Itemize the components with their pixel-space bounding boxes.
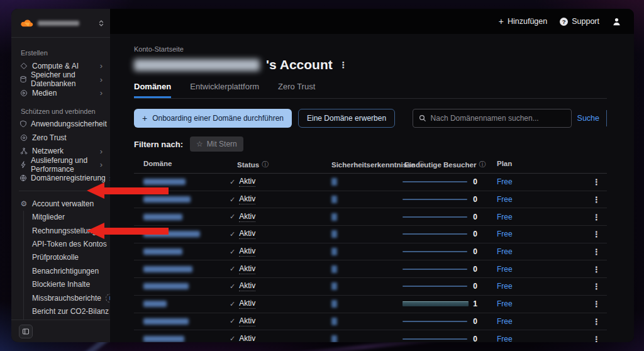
row-menu-button[interactable]: ⋮	[592, 264, 601, 274]
visitors-sparkline	[402, 301, 469, 306]
sidebar-subitem-benachrichtigungen[interactable]: Benachrichtigungen	[24, 264, 110, 277]
check-icon: ✓	[230, 196, 235, 204]
sidebar-subitem-mitglieder[interactable]: Mitglieder	[24, 211, 110, 224]
tab-zero-trust[interactable]: Zero Trust	[278, 82, 315, 98]
table-row: ✓Aktiv0Free⋮	[134, 226, 607, 243]
sidebar-item-speicher-und-datenbanken[interactable]: Speicher und Datenbanken›	[11, 73, 110, 87]
status-cell: ✓Aktiv	[230, 194, 255, 204]
visitors-sparkline	[402, 181, 467, 182]
onboard-domain-button[interactable]: + Onboarding einer Domäne durchführen	[134, 109, 292, 128]
visitors-value: 0	[466, 335, 477, 342]
chevron-right-icon: ›	[100, 89, 103, 97]
row-menu-button[interactable]: ⋮	[592, 334, 601, 342]
domain-name-redacted[interactable]	[143, 283, 189, 289]
check-icon: ✓	[230, 230, 235, 238]
table-row: ✓Aktiv1Free⋮	[134, 296, 607, 313]
sidebar-item-label: Auslieferung und Performance	[31, 156, 96, 174]
row-menu-button[interactable]: ⋮	[592, 247, 601, 257]
plan-value[interactable]: Free	[497, 265, 513, 274]
domain-search-input[interactable]	[431, 114, 565, 123]
sidebar-subitem-pr-fprotokolle[interactable]: Prüfprotokolle	[24, 251, 110, 264]
check-icon: ✓	[230, 178, 235, 186]
search-submit-button[interactable]: Suche	[577, 110, 607, 126]
visitors-sparkline	[402, 338, 467, 340]
tab-entwicklerplattform[interactable]: Entwicklerplattform	[190, 82, 259, 98]
buy-domain-button[interactable]: Eine Domäne erwerben	[298, 109, 395, 128]
domain-name-redacted[interactable]	[143, 248, 182, 255]
breadcrumb: Konto-Startseite	[134, 45, 607, 53]
target-icon	[19, 134, 28, 142]
info-icon[interactable]: ⓘ	[479, 160, 486, 169]
user-menu-button[interactable]	[612, 17, 621, 26]
annotation-arrow-api-token	[87, 223, 169, 239]
sidebar-item-account-verwalten[interactable]: ⚙ Account verwalten	[11, 197, 110, 211]
domain-name-redacted[interactable]	[143, 214, 182, 220]
sidebar-subitem-blockierte-inhalte[interactable]: Blockierte Inhalte	[24, 277, 110, 291]
info-icon[interactable]: ⓘ	[262, 160, 269, 169]
sidebar-subitem-api-token-des-kontos[interactable]: API-Token des Kontos	[24, 237, 110, 250]
domain-name-redacted[interactable]	[143, 318, 189, 325]
tab-dom-nen[interactable]: Domänen	[134, 82, 171, 98]
sidebar-item-auslieferung-und-performance[interactable]: Auslieferung und Performance›	[11, 158, 110, 172]
row-menu-button[interactable]: ⋮	[592, 282, 601, 291]
account-selector[interactable]	[11, 9, 110, 38]
search-icon	[419, 114, 426, 122]
status-cell: ✓Aktiv	[230, 316, 255, 326]
row-menu-button[interactable]: ⋮	[592, 195, 601, 204]
sidebar-subitem-missbrauchsberichte[interactable]: MissbrauchsberichteBeta	[24, 291, 110, 304]
sidebar-item-label: Account verwalten	[32, 199, 94, 208]
plan-value[interactable]: Free	[497, 317, 513, 326]
status-cell: ✓Aktiv	[230, 299, 255, 309]
plan-value[interactable]: Free	[497, 230, 513, 238]
plan-value[interactable]: Free	[497, 213, 513, 221]
visitors-value: 0	[466, 265, 477, 274]
star-icon: ☆	[196, 140, 203, 148]
sidebar-item-label: Medien	[32, 89, 57, 98]
domain-name-redacted[interactable]	[143, 266, 192, 272]
sidebar-item-zero-trust[interactable]: Zero Trust	[11, 131, 110, 145]
security-insight-redacted	[331, 230, 337, 238]
row-menu-button[interactable]: ⋮	[592, 299, 601, 309]
row-menu-button[interactable]: ⋮	[592, 177, 601, 187]
sidebar-subitem-konfigurationen[interactable]: Konfigurationen	[24, 318, 110, 320]
domain-name-redacted[interactable]	[143, 301, 167, 307]
sidebar-item-anwendungssicherheit[interactable]: Anwendungssicherheit›	[11, 118, 110, 131]
check-icon: ✓	[230, 317, 235, 325]
compute-icon	[19, 62, 28, 70]
sidebar-subitem-label: Bericht zur CO2-Bilanz	[32, 307, 109, 316]
support-button[interactable]: ? Support	[560, 17, 599, 26]
security-insight-redacted	[331, 178, 337, 186]
support-button-label: Support	[572, 17, 599, 26]
network-icon	[19, 147, 28, 155]
plan-value[interactable]: Free	[497, 335, 513, 342]
add-button[interactable]: + Hinzufügen	[499, 16, 547, 26]
plan-value[interactable]: Free	[497, 282, 513, 291]
cloudflare-dashboard-window: ErstellenCompute & AI›Speicher und Daten…	[11, 9, 634, 342]
add-button-label: Hinzufügen	[508, 17, 547, 26]
account-switcher-caret-icon[interactable]	[98, 20, 104, 27]
plan-value[interactable]: Free	[497, 195, 513, 204]
chevron-right-icon: ›	[100, 147, 103, 155]
security-insight-redacted	[331, 318, 337, 325]
starred-filter-chip[interactable]: ☆ Mit Stern	[190, 136, 243, 152]
onboard-domain-label: Onboarding einer Domäne durchführen	[152, 114, 284, 123]
collapse-sidebar-button[interactable]	[19, 325, 33, 338]
table-row: ✓Aktiv0Free⋮	[134, 243, 607, 261]
row-menu-button[interactable]: ⋮	[592, 212, 601, 221]
globe-icon	[19, 174, 27, 182]
plan-value[interactable]: Free	[497, 247, 513, 256]
plan-value[interactable]: Free	[497, 299, 513, 308]
table-row: ✓Aktiv0Free⋮	[134, 191, 607, 209]
sidebar-subitem-bericht-zur-co2-bilanz[interactable]: Bericht zur CO2-Bilanz	[24, 304, 110, 318]
domain-name-redacted[interactable]	[143, 336, 184, 342]
col-header-visitors: Eindeutige Besucherⓘ	[404, 160, 486, 169]
account-options-kebab-button[interactable]: ⋮	[339, 60, 348, 70]
visitors-value: 0	[466, 230, 477, 238]
chevron-right-icon: ›	[100, 75, 103, 84]
visitors-value: 0	[466, 195, 477, 204]
table-row: ✓Aktiv0Free⋮	[134, 313, 607, 331]
row-menu-button[interactable]: ⋮	[592, 230, 601, 239]
security-insight-redacted	[331, 213, 337, 221]
plan-value[interactable]: Free	[497, 177, 513, 186]
row-menu-button[interactable]: ⋮	[592, 316, 601, 326]
